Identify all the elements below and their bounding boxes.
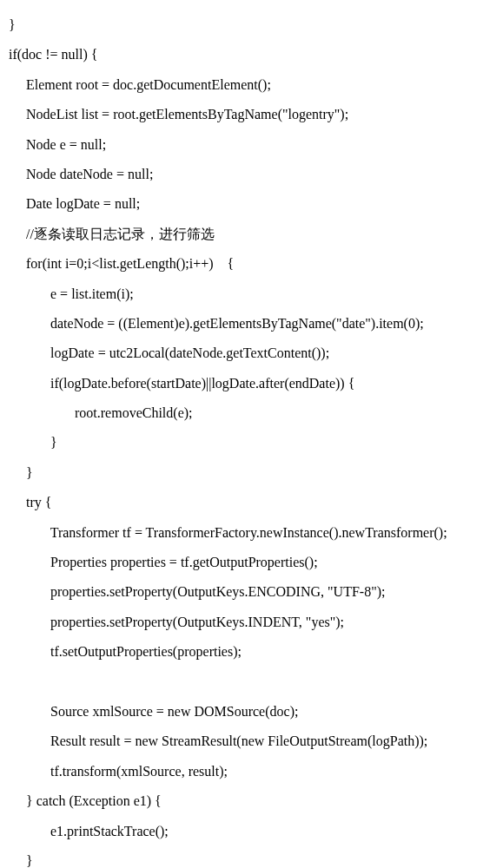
code-line: //逐条读取日志记录，进行筛选 bbox=[9, 220, 494, 249]
code-line: try { bbox=[9, 488, 494, 517]
code-line: Node e = null; bbox=[9, 130, 494, 160]
code-line: } bbox=[9, 846, 494, 868]
code-line: Result result = new StreamResult(new Fil… bbox=[9, 727, 494, 756]
code-line: if(doc != null) { bbox=[9, 40, 494, 69]
code-line: e1.printStackTrace(); bbox=[9, 817, 494, 846]
code-line: } bbox=[9, 458, 494, 488]
code-line: Source xmlSource = new DOMSource(doc); bbox=[9, 697, 494, 727]
code-line: } bbox=[9, 10, 494, 40]
code-line: NodeList list = root.getElementsByTagNam… bbox=[9, 100, 494, 129]
code-line: tf.transform(xmlSource, result); bbox=[9, 757, 494, 786]
code-line: Date logDate = null; bbox=[9, 189, 494, 219]
code-block: }if(doc != null) { Element root = doc.ge… bbox=[9, 10, 494, 868]
code-line: properties.setProperty(OutputKeys.INDENT… bbox=[9, 608, 494, 637]
code-line: Properties properties = tf.getOutputProp… bbox=[9, 548, 494, 577]
code-line: tf.setOutputProperties(properties); bbox=[9, 637, 494, 667]
code-line: root.removeChild(e); bbox=[9, 398, 494, 428]
code-line bbox=[9, 667, 494, 697]
code-line: } catch (Exception e1) { bbox=[9, 786, 494, 816]
code-line: logDate = utc2Local(dateNode.getTextCont… bbox=[9, 339, 494, 368]
code-line: e = list.item(i); bbox=[9, 279, 494, 309]
code-line: } bbox=[9, 428, 494, 457]
code-line: dateNode = ((Element)e).getElementsByTag… bbox=[9, 309, 494, 339]
code-line: Element root = doc.getDocumentElement(); bbox=[9, 70, 494, 100]
code-line: Node dateNode = null; bbox=[9, 160, 494, 189]
code-line: for(int i=0;i<list.getLength();i++) { bbox=[9, 249, 494, 279]
code-line: if(logDate.before(startDate)||logDate.af… bbox=[9, 369, 494, 398]
code-line: Transformer tf = TransformerFactory.newI… bbox=[9, 518, 494, 548]
code-line: properties.setProperty(OutputKeys.ENCODI… bbox=[9, 577, 494, 607]
